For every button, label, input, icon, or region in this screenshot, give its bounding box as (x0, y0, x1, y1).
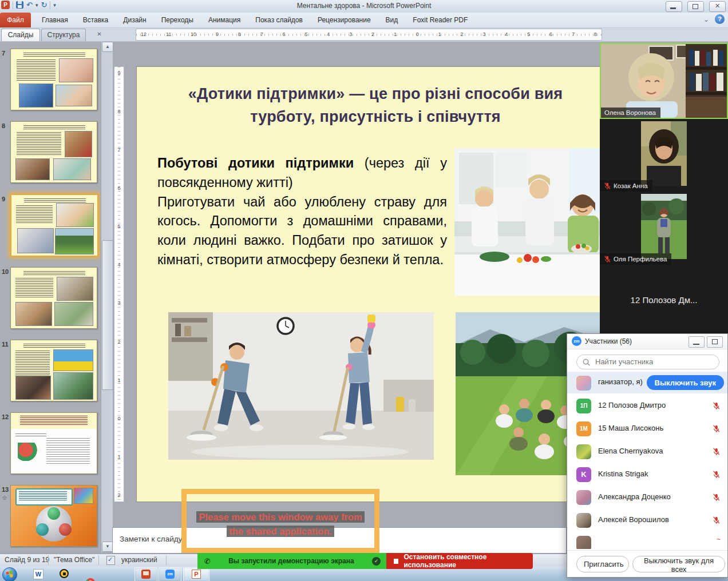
participant-row-partial[interactable]: ~ (567, 532, 727, 549)
start-button[interactable] (2, 567, 17, 581)
mic-muted-icon (712, 447, 721, 456)
title-bar: P ↶ ▾ ↻ ▾ Ментальне здорова - Microsoft … (0, 0, 728, 13)
slide-counter: Слайд 9 из 19 (5, 556, 49, 564)
video-name-label: Олена Воронова (601, 108, 660, 118)
scroll-up-icon[interactable]: ▲ (102, 42, 113, 52)
theme-name[interactable]: "Тема Office" (54, 556, 94, 564)
slide-thumbnail-10[interactable] (10, 267, 97, 329)
participants-minimize-button[interactable] (689, 336, 705, 348)
video-tile-2[interactable]: Козак Анна (600, 119, 728, 192)
ribbon-collapse-icon[interactable]: ⌄ (703, 15, 709, 23)
antivirus-icon[interactable] (60, 569, 69, 578)
animation-star-icon: ☆ (2, 494, 10, 502)
chrome-icon[interactable] (86, 578, 95, 581)
participant-row[interactable]: Elena Chernyakova (567, 440, 727, 463)
mic-muted-icon (712, 493, 721, 502)
thumb-number: 13 (2, 486, 10, 493)
scroll-down-icon[interactable]: ▼ (102, 542, 113, 552)
participant-row[interactable]: 1M 15 Маша Лисоконь (567, 417, 727, 440)
participant-name: ганизатор, я) (598, 377, 643, 386)
thumb-number: 7 (2, 50, 10, 57)
video-tile-active-speaker[interactable]: Олена Воронова (600, 43, 728, 119)
mic-muted-icon (603, 255, 611, 263)
participant-row[interactable]: K Kristina Strigak (567, 463, 727, 486)
participant-row-self[interactable]: ганизатор, я) Выключить звук (567, 372, 727, 393)
tab-view[interactable]: Вид (378, 13, 406, 27)
share-status-text: Вы запустили демонстрацию экрана (211, 557, 372, 565)
warning-line1: Please move this window away from (196, 511, 364, 523)
slide-thumbnail-9-selected[interactable] (10, 194, 98, 257)
language-indicator[interactable]: украинский (121, 556, 157, 564)
tab-insert[interactable]: Вставка (76, 13, 116, 27)
slide-thumbnail-11[interactable] (10, 340, 97, 401)
tab-review[interactable]: Рецензирование (310, 13, 378, 27)
participant-name: Kristina Strigak (598, 469, 648, 478)
word-icon[interactable]: W (33, 569, 43, 579)
thumbnail-scrollbar[interactable]: ▲ ▼ (101, 41, 113, 552)
taskbar-powerpoint-button[interactable]: P (183, 567, 209, 581)
thumb-number: 8 (2, 122, 10, 129)
tab-slideshow[interactable]: Показ слайдов (248, 13, 310, 27)
slideshow-icon (141, 570, 151, 579)
slide-canvas[interactable]: «Дотики підтримки» — це про різні способ… (136, 66, 615, 502)
minimize-button[interactable] (666, 1, 682, 12)
tab-animations[interactable]: Анимация (201, 13, 248, 27)
avatar (576, 376, 591, 391)
tab-transitions[interactable]: Переходы (154, 13, 201, 27)
mute-all-button[interactable]: Выключить звук для всех (632, 556, 725, 572)
slide-thumbnail-13[interactable] (10, 485, 97, 547)
scrollbar-thumb[interactable] (102, 240, 113, 390)
pane-close-icon[interactable]: ✕ (94, 30, 104, 39)
shield-check-icon: ✓ (372, 557, 381, 566)
stop-icon (394, 559, 398, 564)
help-icon[interactable]: ? (715, 14, 725, 24)
zoom-video-panel: Олена Воронова Козак Анна (600, 43, 728, 335)
avatar (576, 490, 591, 505)
slide-title-line2: турботу, присутність і співчуття (137, 108, 614, 126)
avatar (576, 536, 591, 549)
zoom-logo-icon: zm (572, 336, 581, 346)
tab-slides[interactable]: Слайды (1, 29, 40, 41)
slide-thumbnail-7[interactable] (10, 49, 97, 110)
thumb-number: 9 (2, 196, 10, 202)
tab-design[interactable]: Дизайн (116, 13, 153, 27)
video-name-label: Оля Перфильева (600, 253, 671, 265)
screen-share-status-bar: ✆ Вы запустили демонстрацию экрана ✓ (197, 553, 386, 569)
tab-foxit[interactable]: Foxit Reader PDF (405, 13, 475, 27)
participant-row[interactable]: Александра Доценко (567, 486, 727, 509)
taskbar-slideshow-button[interactable] (134, 567, 157, 581)
slide-thumbnail-8[interactable] (10, 121, 97, 183)
invite-button[interactable]: Пригласить (576, 556, 629, 572)
ribbon-tab-row: Файл Главная Вставка Дизайн Переходы Ани… (0, 13, 728, 28)
participant-row[interactable]: 1П 12 Полозов Дмитро (567, 395, 727, 417)
stop-share-label: Остановить совместное использование (403, 553, 533, 569)
mic-muted-icon (712, 516, 721, 524)
participants-header[interactable]: zm Участники (56) (567, 334, 727, 349)
spellcheck-icon[interactable] (106, 556, 115, 565)
slide-thumbnail-12[interactable] (10, 412, 97, 474)
video-tile-3[interactable]: Оля Перфильева (600, 192, 728, 265)
video-tile-4-no-video[interactable]: 12 Полозов Дм... (600, 265, 728, 335)
search-input[interactable] (594, 357, 714, 367)
thumb-number: 10 (2, 268, 10, 275)
participants-footer: Пригласить Выключить звук для всех (567, 550, 727, 577)
close-button[interactable]: ✕ (709, 1, 726, 12)
tab-outline[interactable]: Структура (41, 29, 86, 41)
participant-search[interactable] (576, 355, 719, 369)
slide-body-text: Побутові дотики підтримки (через дії у п… (157, 154, 447, 270)
avatar: K (576, 467, 591, 482)
mute-button[interactable]: Выключить звук (647, 375, 724, 390)
tab-home[interactable]: Главная (34, 13, 76, 27)
tab-file[interactable]: Файл (0, 13, 31, 27)
video-name-label: Козак Анна (600, 180, 652, 192)
taskbar-zoom-button[interactable]: zm (159, 567, 181, 581)
participant-row[interactable]: Алексей Ворошилов (567, 509, 727, 532)
photo-kitchen-cooking (454, 148, 614, 296)
h-ruler: 121110987654321012345678 (136, 29, 602, 41)
stop-share-button[interactable]: Остановить совместное использование (386, 553, 533, 569)
participants-window: zm Участники (56) ганизатор, я) Выключит… (567, 333, 728, 578)
thumb-number: 12 (2, 413, 10, 420)
photo-couple-mopping (168, 312, 434, 460)
participants-restore-button[interactable] (707, 336, 723, 348)
restore-button[interactable] (687, 1, 704, 12)
